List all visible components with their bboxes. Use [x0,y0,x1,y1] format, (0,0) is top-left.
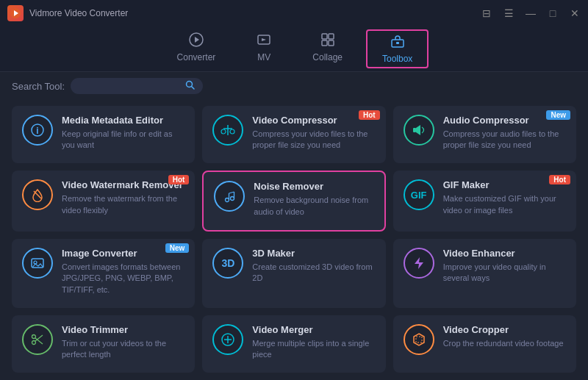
tool-desc-media-metadata-editor: Keep original file info or edit as you w… [62,129,184,151]
mv-icon [257,32,271,49]
maximize-btn[interactable]: □ [547,7,559,19]
tool-icon-3d-maker: 3D [212,248,243,279]
collage-icon [320,32,335,49]
tool-title-3d-maker: 3D Maker [252,248,375,259]
svg-point-23 [231,197,234,201]
title-bar-controls: ⊟ ☰ — □ ✕ [481,7,581,19]
tool-desc-video-merger: Merge multiple clips into a single piece [252,338,375,361]
title-bar-left: Vidmore Video Converter [7,5,128,21]
tool-text-audio-compressor: Audio Compressor Compress your audio fil… [443,115,566,151]
tool-card-video-trimmer[interactable]: Video Trimmer Trim or cut your videos to… [12,315,195,373]
tool-icon-video-compressor [212,115,243,146]
search-input[interactable] [78,81,181,91]
svg-rect-7 [322,40,327,46]
tab-collage[interactable]: Collage [292,26,363,71]
tool-card-video-merger[interactable]: Video Merger Merge multiple clips into a… [202,315,385,373]
tool-desc-gif-maker: Make customized GIF with your video or i… [443,193,566,216]
svg-point-31 [32,334,36,338]
tool-text-video-merger: Video Merger Merge multiple clips into a… [252,324,375,361]
badge-video-watermark-remover: Hot [168,175,190,184]
svg-point-17 [221,129,226,134]
tool-title-video-enhancer: Video Enhancer [443,248,566,259]
app-title: Vidmore Video Converter [29,8,128,18]
tool-text-video-enhancer: Video Enhancer Improve your video qualit… [443,248,566,284]
tool-grid: i Media Metadata Editor Keep original fi… [0,100,588,380]
tool-icon-audio-compressor [404,115,434,146]
tool-icon-gif-maker: GIF [404,179,434,210]
tool-card-video-cropper[interactable]: Video Cropper Crop the redundant video f… [393,315,576,373]
tool-card-video-enhancer[interactable]: Video Enhancer Improve your video qualit… [393,239,576,308]
tool-title-gif-maker: GIF Maker [443,179,566,190]
tool-icon-video-merger [212,324,243,355]
tab-collage-label: Collage [312,52,343,62]
search-input-wrap[interactable] [71,78,203,94]
tool-icon-video-watermark-remover [22,179,53,210]
tool-title-video-trimmer: Video Trimmer [62,324,184,335]
tool-desc-noise-remover: Remove background noise from audio of vi… [254,195,373,218]
tool-card-gif-maker[interactable]: GIF GIF Maker Make customized GIF with y… [393,171,576,231]
minimize-btn[interactable]: ⊟ [481,7,492,19]
svg-line-32 [35,335,43,341]
tool-desc-video-cropper: Crop the redundant video footage [443,338,566,349]
tool-card-video-compressor[interactable]: Video Compressor Compress your video fil… [202,106,385,163]
tool-text-video-compressor: Video Compressor Compress your video fil… [252,115,375,151]
badge-audio-compressor: New [546,110,570,120]
toolbox-icon [390,34,405,51]
tool-desc-3d-maker: Create customized 3D video from 2D [252,262,375,284]
nav-tabs: Converter MV Collage [0,26,588,72]
tool-card-3d-maker[interactable]: 3D 3D Maker Create customized 3D video f… [202,239,385,308]
title-bar: Vidmore Video Converter ⊟ ☰ — □ ✕ [0,0,588,26]
search-label: Search Tool: [12,81,65,92]
tool-title-video-compressor: Video Compressor [252,115,375,126]
tool-desc-video-watermark-remover: Remove the watermark from the video flex… [62,193,184,216]
svg-line-33 [35,338,43,344]
tool-card-image-converter[interactable]: Image Converter Convert images formats b… [12,239,195,308]
badge-image-converter: New [165,243,190,253]
tool-card-audio-compressor[interactable]: Audio Compressor Compress your audio fil… [393,106,576,163]
svg-line-26 [229,192,234,193]
tool-icon-video-trimmer [22,324,53,355]
window-btn[interactable]: — [525,7,537,19]
tab-converter[interactable]: Converter [157,26,237,71]
tab-mv[interactable]: MV [236,26,292,71]
search-icon [185,80,195,92]
tool-icon-media-metadata-editor: i [22,115,53,146]
tool-icon-image-converter [22,248,53,279]
tool-text-video-cropper: Video Cropper Crop the redundant video f… [443,324,566,349]
tool-title-video-cropper: Video Cropper [443,324,566,335]
tab-converter-label: Converter [177,52,216,62]
tool-title-video-watermark-remover: Video Watermark Remover [62,179,184,190]
tool-text-image-converter: Image Converter Convert images formats b… [62,248,184,295]
svg-point-30 [32,340,36,344]
converter-icon [189,32,204,49]
tool-card-media-metadata-editor[interactable]: i Media Metadata Editor Keep original fi… [12,106,195,163]
menu-btn[interactable]: ☰ [503,7,514,19]
tab-toolbox-label: Toolbox [382,54,412,64]
tool-card-video-watermark-remover[interactable]: Video Watermark Remover Remove the water… [12,171,195,231]
app-logo [7,5,24,21]
svg-text:i: i [36,126,38,136]
tool-desc-audio-compressor: Compress your audio files to the proper … [443,129,566,151]
tool-icon-noise-remover [214,181,245,212]
tool-icon-video-enhancer [404,248,434,279]
tool-title-video-merger: Video Merger [252,324,375,335]
svg-marker-20 [416,125,420,135]
tool-icon-video-cropper [404,324,434,355]
badge-gif-maker: Hot [549,175,570,184]
tab-toolbox[interactable]: Toolbox [366,29,429,68]
tool-text-noise-remover: Noise Remover Remove background noise fr… [254,181,373,218]
tool-text-3d-maker: 3D Maker Create customized 3D video from… [252,248,375,284]
svg-point-22 [226,198,229,202]
tool-text-gif-maker: GIF Maker Make customized GIF with your … [443,179,566,216]
tool-desc-image-converter: Convert images formats between JPG/JPEG,… [62,262,184,295]
svg-rect-5 [322,34,327,39]
svg-rect-19 [413,128,416,132]
badge-video-compressor: Hot [359,110,380,120]
close-btn[interactable]: ✕ [569,7,581,19]
tool-text-video-watermark-remover: Video Watermark Remover Remove the water… [62,179,184,216]
svg-rect-38 [416,337,422,343]
svg-marker-37 [414,334,424,345]
tool-text-media-metadata-editor: Media Metadata Editor Keep original file… [62,115,184,151]
tool-desc-video-compressor: Compress your video files to the proper … [252,129,375,151]
tool-card-noise-remover[interactable]: Noise Remover Remove background noise fr… [202,171,385,231]
